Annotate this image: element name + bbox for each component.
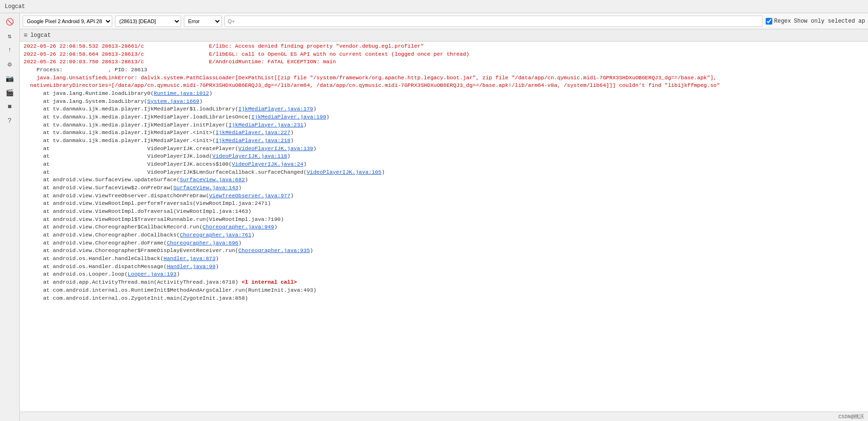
logcat-label: logcat [30, 32, 50, 39]
log-link[interactable]: VideoPlayerIJK.java:118 [212, 153, 287, 159]
log-link[interactable]: Choreographer.java:949 [203, 224, 274, 230]
regex-checkbox[interactable] [766, 18, 772, 25]
log-link[interactable]: Runtime.java:1012 [154, 90, 209, 96]
log-link[interactable]: Choreographer.java:761 [180, 232, 251, 238]
app-title: Logcat [5, 3, 25, 10]
device-select[interactable]: Google Pixel 2 Android 9, API 28 [23, 16, 112, 27]
log-line: at android.view.Choreographer.doCallback… [20, 231, 868, 239]
clear-logs-icon[interactable]: 🚫 [3, 15, 17, 28]
log-link[interactable]: System.java:1669 [147, 98, 199, 104]
video-icon[interactable]: 🎬 [3, 86, 17, 99]
log-line: at tv.danmaku.ijk.media.player.IjkMediaP… [20, 105, 868, 113]
log-line: at android.view.ViewTreeObserver.dispatc… [20, 192, 868, 200]
level-select[interactable]: Error [184, 16, 222, 27]
log-line: at android.view.Choreographer$CallbackRe… [20, 223, 868, 231]
log-line: java.lang.UnsatisfiedLinkError: dalvik.s… [20, 74, 868, 82]
log-line: 2022-05-26 22:08:58.664 28613-28613/c E/… [20, 51, 868, 59]
log-link[interactable]: SurfaceView.java:143 [173, 185, 238, 191]
log-line: at com.android.internal.os.RuntimeInit$M… [20, 286, 868, 295]
log-line: at tv.danmaku.ijk.media.player.IjkMediaP… [20, 129, 868, 137]
log-line: Process: , PID: 28613 [20, 66, 868, 74]
log-line: at tv.danmaku.ijk.media.player.IjkMediaP… [20, 121, 868, 129]
main-container: 🚫 ⇅ ↑ ⚙ 📷 🎬 ■ ? Google Pixel 2 Android 9… [0, 13, 868, 421]
log-line: at VideoPlayerIJK$LmnSurfaceCallback.sur… [20, 168, 868, 177]
log-link[interactable]: Looper.java:193 [128, 271, 177, 277]
log-line: at android.view.ViewRootImpl.performTrav… [20, 200, 868, 208]
log-link[interactable]: VideoPlayerIJK.java:139 [238, 145, 313, 152]
log-link[interactable]: IjkMediaPlayer.java:190 [251, 114, 326, 120]
sidebar: 🚫 ⇅ ↑ ⚙ 📷 🎬 ■ ? [0, 13, 20, 421]
log-link[interactable]: IjkMediaPlayer.java:179 [238, 106, 313, 112]
log-link[interactable]: Handler.java:99 [167, 263, 216, 269]
bottom-bar: CSDN@桃沃 [20, 412, 868, 421]
log-line: at tv.danmaku.ijk.media.player.IjkMediaP… [20, 137, 868, 145]
log-line: at android.view.Choreographer.doFrame(Ch… [20, 239, 868, 247]
log-line: at com.android.internal.os.ZygoteInit.ma… [20, 295, 868, 303]
right-panel: Google Pixel 2 Android 9, API 28 (28613)… [20, 13, 868, 421]
log-link[interactable]: VideoPlayerIJK.java:105 [306, 169, 381, 175]
log-line: at android.os.Handler.handleCallback(Han… [20, 255, 868, 263]
log-link[interactable]: IjkMediaPlayer.java:231 [229, 122, 304, 128]
log-line: at android.app.ActivityThread.main(Activ… [20, 278, 868, 286]
log-content[interactable]: 2022-05-26 22:08:58.532 28613-28661/c E/… [20, 42, 868, 412]
logcat-header: ≡ logcat [20, 29, 868, 42]
log-line: at VideoPlayerIJK.load(VideoPlayerIJK.ja… [20, 152, 868, 160]
watermark: CSDN@桃沃 [838, 413, 864, 420]
log-line: 2022-05-26 22:08:58.532 28613-28661/c E/… [20, 42, 868, 51]
stop-icon[interactable]: ■ [3, 100, 17, 113]
log-line: at android.view.ViewRootImpl$TraversalRu… [20, 216, 868, 224]
log-line: at java.lang.Runtime.loadLibrary0(Runtim… [20, 90, 868, 98]
log-link[interactable]: Choreographer.java:935 [238, 247, 310, 253]
log-line: nativeLibraryDirectories=[/data/app/cn.q… [20, 82, 868, 90]
log-line: at android.view.ViewRootImpl.doTraversal… [20, 208, 868, 216]
log-line: at android.view.SurfaceView$2.onPreDraw(… [20, 184, 868, 192]
log-link[interactable]: ViewTreeObserver.java:977 [209, 193, 290, 199]
log-link[interactable]: SurfaceView.java:682 [180, 177, 245, 183]
title-bar: Logcat [0, 0, 868, 13]
logcat-menu-icon[interactable]: ≡ [24, 32, 27, 39]
pid-select[interactable]: (28613) [DEAD] [115, 16, 181, 27]
show-selected-label: Show only selected ap [794, 18, 865, 25]
up-icon[interactable]: ↑ [3, 43, 17, 57]
regex-label: Regex [766, 18, 791, 25]
log-line: at android.os.Looper.loop(Looper.java:19… [20, 270, 868, 278]
log-line: at android.os.Handler.dispatchMessage(Ha… [20, 263, 868, 271]
help-icon[interactable]: ? [3, 114, 17, 127]
settings-icon[interactable]: ⚙ [3, 58, 17, 71]
toolbar: Google Pixel 2 Android 9, API 28 (28613)… [20, 13, 868, 29]
log-line: at tv.danmaku.ijk.media.player.IjkMediaP… [20, 113, 868, 121]
log-line: at android.view.SurfaceView.updateSurfac… [20, 176, 868, 184]
scroll-icon[interactable]: ⇅ [3, 29, 17, 42]
log-link[interactable]: IjkMediaPlayer.java:227 [215, 129, 290, 135]
log-line: at VideoPlayerIJK.createPlayer(VideoPlay… [20, 145, 868, 153]
log-line: at VideoPlayerIJK.access$100(VideoPlayer… [20, 160, 868, 168]
log-link[interactable]: Choreographer.java:696 [167, 240, 239, 246]
search-input[interactable] [224, 16, 763, 27]
log-line: 2022-05-26 22:09:03.750 28613-28613/c E/… [20, 58, 868, 66]
log-line: at android.view.Choreographer$FrameDispl… [20, 247, 868, 255]
log-link[interactable]: Handler.java:873 [164, 255, 215, 261]
screenshot-icon[interactable]: 📷 [3, 72, 17, 85]
log-link[interactable]: VideoPlayerIJK.java:24 [232, 161, 304, 167]
log-line: at java.lang.System.loadLibrary(System.j… [20, 98, 868, 106]
log-link[interactable]: IjkMediaPlayer.java:218 [215, 137, 290, 143]
regex-text: Regex [774, 18, 791, 25]
